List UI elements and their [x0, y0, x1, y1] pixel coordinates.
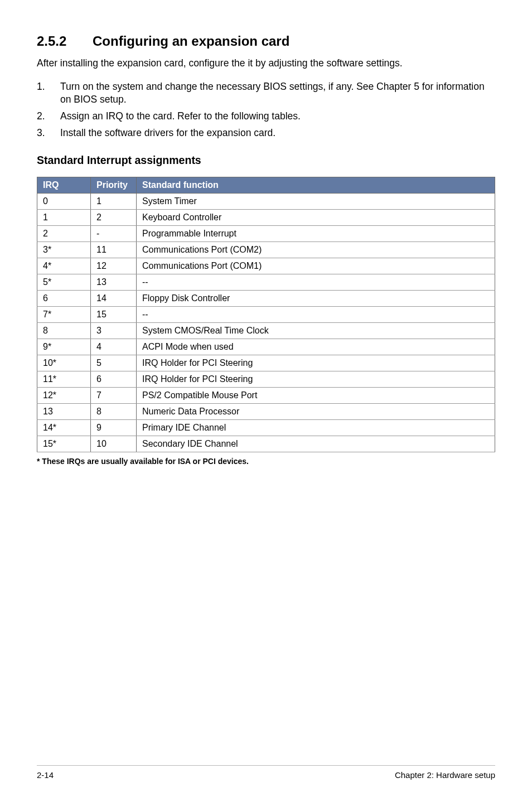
cell-priority: 12: [91, 258, 137, 274]
table-row: 14*9Primary IDE Channel: [37, 420, 495, 436]
cell-priority: -: [91, 226, 137, 242]
table-row: 01System Timer: [37, 194, 495, 210]
table-row: 3*11Communications Port (COM2): [37, 242, 495, 258]
table-row: 2-Programmable Interrupt: [37, 226, 495, 242]
table-row: 83System CMOS/Real Time Clock: [37, 323, 495, 339]
cell-priority: 13: [91, 274, 137, 291]
section-number: 2.5.2: [37, 33, 93, 49]
step-number: 2.: [37, 110, 60, 123]
table-row: 138Numeric Data Processor: [37, 404, 495, 420]
step-number: 1.: [37, 80, 60, 107]
irq-table: IRQ Priority Standard function 01System …: [37, 177, 495, 452]
cell-irq: 4*: [37, 258, 91, 274]
cell-priority: 6: [91, 371, 137, 388]
cell-function: ACPI Mode when used: [137, 339, 495, 355]
cell-priority: 3: [91, 323, 137, 339]
cell-priority: 7: [91, 388, 137, 404]
cell-function: Keyboard Controller: [137, 210, 495, 226]
intro-paragraph: After installing the expansion card, con…: [37, 57, 495, 70]
table-footnote: * These IRQs are usually available for I…: [37, 457, 495, 466]
cell-irq: 14*: [37, 420, 91, 436]
cell-function: --: [137, 274, 495, 291]
table-row: 7*15--: [37, 307, 495, 323]
cell-function: IRQ Holder for PCI Steering: [137, 355, 495, 371]
cell-irq: 13: [37, 404, 91, 420]
cell-priority: 10: [91, 436, 137, 452]
table-row: 9*4ACPI Mode when used: [37, 339, 495, 355]
cell-irq: 0: [37, 194, 91, 210]
table-header-row: IRQ Priority Standard function: [37, 177, 495, 194]
cell-priority: 15: [91, 307, 137, 323]
cell-priority: 8: [91, 404, 137, 420]
cell-irq: 6: [37, 291, 91, 307]
step-number: 3.: [37, 127, 60, 140]
step-text: Turn on the system and change the necess…: [60, 80, 495, 107]
cell-priority: 1: [91, 194, 137, 210]
table-row: 4*12Communications Port (COM1): [37, 258, 495, 274]
cell-irq: 10*: [37, 355, 91, 371]
cell-priority: 5: [91, 355, 137, 371]
header-priority: Priority: [91, 177, 137, 194]
cell-priority: 14: [91, 291, 137, 307]
cell-irq: 15*: [37, 436, 91, 452]
step-item: 3. Install the software drivers for the …: [37, 127, 495, 140]
cell-irq: 9*: [37, 339, 91, 355]
cell-function: --: [137, 307, 495, 323]
table-row: 15*10Secondary IDE Channel: [37, 436, 495, 452]
table-row: 5*13--: [37, 274, 495, 291]
footer-chapter-label: Chapter 2: Hardware setup: [395, 770, 495, 780]
footer-page-number: 2-14: [37, 770, 54, 780]
cell-irq: 1: [37, 210, 91, 226]
cell-priority: 9: [91, 420, 137, 436]
cell-function: System CMOS/Real Time Clock: [137, 323, 495, 339]
header-irq: IRQ: [37, 177, 91, 194]
cell-function: System Timer: [137, 194, 495, 210]
cell-function: Programmable Interrupt: [137, 226, 495, 242]
cell-irq: 2: [37, 226, 91, 242]
cell-function: Floppy Disk Controller: [137, 291, 495, 307]
table-subheading: Standard Interrupt assignments: [37, 154, 495, 167]
cell-irq: 3*: [37, 242, 91, 258]
cell-function: Primary IDE Channel: [137, 420, 495, 436]
step-text: Install the software drivers for the exp…: [60, 127, 495, 140]
section-title: Configuring an expansion card: [93, 33, 495, 49]
section-heading: 2.5.2 Configuring an expansion card: [37, 33, 495, 49]
cell-irq: 12*: [37, 388, 91, 404]
cell-priority: 4: [91, 339, 137, 355]
step-item: 1. Turn on the system and change the nec…: [37, 80, 495, 107]
table-row: 10*5IRQ Holder for PCI Steering: [37, 355, 495, 371]
table-row: 11*6IRQ Holder for PCI Steering: [37, 371, 495, 388]
cell-irq: 8: [37, 323, 91, 339]
cell-priority: 11: [91, 242, 137, 258]
cell-irq: 11*: [37, 371, 91, 388]
cell-priority: 2: [91, 210, 137, 226]
cell-function: Communications Port (COM1): [137, 258, 495, 274]
table-row: 12Keyboard Controller: [37, 210, 495, 226]
cell-irq: 5*: [37, 274, 91, 291]
cell-function: Communications Port (COM2): [137, 242, 495, 258]
table-row: 614Floppy Disk Controller: [37, 291, 495, 307]
cell-function: IRQ Holder for PCI Steering: [137, 371, 495, 388]
steps-list: 1. Turn on the system and change the nec…: [37, 80, 495, 140]
cell-irq: 7*: [37, 307, 91, 323]
cell-function: Numeric Data Processor: [137, 404, 495, 420]
table-row: 12*7PS/2 Compatible Mouse Port: [37, 388, 495, 404]
cell-function: PS/2 Compatible Mouse Port: [137, 388, 495, 404]
step-item: 2. Assign an IRQ to the card. Refer to t…: [37, 110, 495, 123]
cell-function: Secondary IDE Channel: [137, 436, 495, 452]
step-text: Assign an IRQ to the card. Refer to the …: [60, 110, 495, 123]
page-footer: 2-14 Chapter 2: Hardware setup: [37, 765, 495, 780]
header-function: Standard function: [137, 177, 495, 194]
